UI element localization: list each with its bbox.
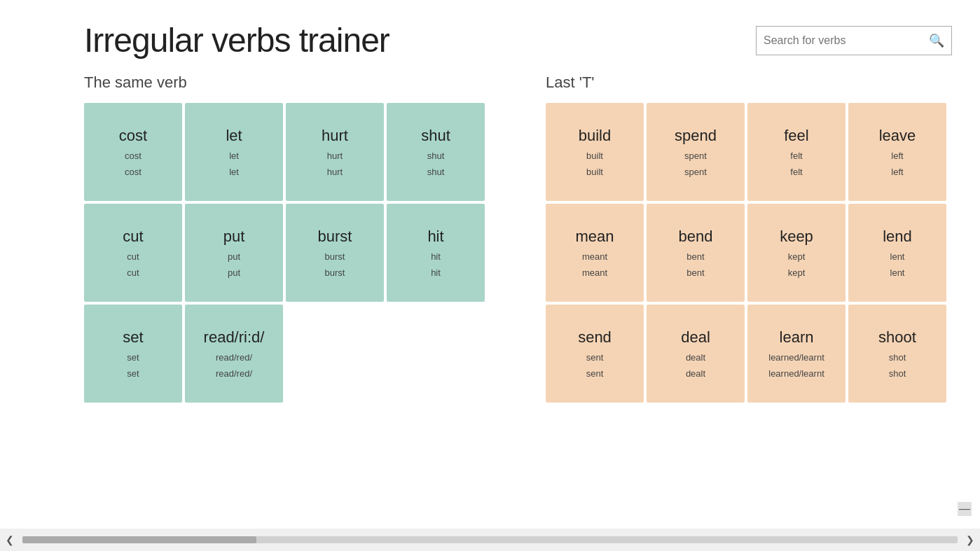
last-t-card[interactable]: spend spent spent: [647, 103, 745, 201]
card-pp: set: [127, 368, 139, 379]
app-title: Irregular verbs trainer: [84, 21, 389, 60]
card-base-form: set: [123, 328, 143, 347]
same-verb-card[interactable]: hurt hurt hurt: [286, 103, 384, 201]
card-past: read/red/: [216, 352, 252, 363]
card-base-form: send: [578, 328, 612, 347]
card-pp: put: [228, 267, 240, 278]
last-t-title: Last 'T': [546, 74, 952, 92]
card-base-form: keep: [780, 228, 813, 246]
card-base-form: hit: [427, 228, 443, 246]
card-past: cut: [127, 251, 139, 262]
card-past: shot: [889, 352, 906, 363]
card-pp: meant: [582, 267, 607, 278]
same-verb-card[interactable]: cost cost cost: [84, 103, 182, 201]
card-past: built: [586, 151, 603, 161]
same-verb-grid: cost cost cost let let let hurt hurt hur…: [84, 103, 518, 403]
last-t-card[interactable]: mean meant meant: [546, 204, 644, 302]
card-base-form: put: [223, 228, 245, 246]
scroll-right-button[interactable]: ❯: [960, 529, 980, 551]
same-verb-card[interactable]: set set set: [84, 305, 182, 403]
card-pp: cut: [127, 267, 139, 278]
last-t-section: Last 'T' build built built spend spent s…: [546, 74, 952, 403]
same-verb-card[interactable]: let let let: [185, 103, 283, 201]
card-pp: learned/learnt: [768, 368, 824, 379]
card-past: left: [891, 151, 903, 161]
card-past: felt: [790, 151, 802, 161]
card-base-form: mean: [575, 228, 614, 246]
header: Irregular verbs trainer 🔍: [0, 0, 980, 74]
last-t-card[interactable]: feel felt felt: [747, 103, 846, 201]
card-pp: left: [891, 167, 903, 177]
same-verb-card[interactable]: cut cut cut: [84, 204, 182, 302]
card-pp: let: [229, 167, 239, 177]
card-past: dealt: [686, 352, 705, 363]
card-base-form: cost: [119, 127, 147, 145]
card-past: set: [127, 352, 139, 363]
card-base-form: hurt: [322, 127, 348, 145]
last-t-card[interactable]: bend bent bent: [647, 204, 745, 302]
card-base-form: feel: [784, 127, 808, 145]
card-past: burst: [325, 251, 345, 262]
card-past: spent: [684, 151, 707, 161]
card-base-form: shut: [421, 127, 450, 145]
scroll-left-button[interactable]: ❮: [0, 529, 20, 551]
last-t-card[interactable]: leave left left: [848, 103, 946, 201]
card-past: cost: [125, 151, 142, 161]
card-base-form: bend: [679, 228, 713, 246]
card-pp: cost: [125, 167, 142, 177]
card-past: hit: [431, 251, 441, 262]
card-base-form: lend: [883, 228, 912, 246]
main-content: The same verb cost cost cost let let let…: [0, 74, 980, 403]
card-pp: hit: [431, 267, 441, 278]
same-verb-card[interactable]: hit hit hit: [387, 204, 485, 302]
card-past: put: [228, 251, 240, 262]
card-pp: shut: [427, 167, 445, 177]
same-verb-card[interactable]: burst burst burst: [286, 204, 384, 302]
card-base-form: shoot: [878, 328, 916, 347]
card-past: bent: [686, 251, 704, 262]
card-past: lent: [890, 251, 905, 262]
bottom-bar: ❮ ❯: [0, 529, 980, 551]
card-base-form: burst: [318, 228, 352, 246]
card-base-form: let: [226, 127, 242, 145]
card-past: shut: [427, 151, 445, 161]
same-verb-card[interactable]: shut shut shut: [387, 103, 485, 201]
last-t-card[interactable]: lend lent lent: [848, 204, 946, 302]
card-base-form: spend: [675, 127, 717, 145]
card-base-form: deal: [681, 328, 710, 347]
scrollbar-track[interactable]: [22, 536, 958, 543]
card-past: kept: [788, 251, 806, 262]
last-t-card[interactable]: shoot shot shot: [848, 305, 946, 403]
card-past: let: [229, 151, 239, 161]
zoom-minus-button[interactable]: —: [958, 502, 972, 516]
card-pp: bent: [686, 267, 704, 278]
search-button[interactable]: 🔍: [922, 33, 951, 48]
card-past: sent: [586, 352, 604, 363]
same-verb-section: The same verb cost cost cost let let let…: [84, 74, 518, 403]
search-input[interactable]: [757, 34, 922, 47]
card-base-form: learn: [780, 328, 814, 347]
same-verb-card[interactable]: put put put: [185, 204, 283, 302]
last-t-grid: build built built spend spent spent feel…: [546, 103, 952, 403]
last-t-card[interactable]: build built built: [546, 103, 644, 201]
card-pp: spent: [684, 167, 707, 177]
last-t-card[interactable]: send sent sent: [546, 305, 644, 403]
card-past: learned/learnt: [768, 352, 824, 363]
card-pp: dealt: [686, 368, 705, 379]
card-pp: read/red/: [216, 368, 252, 379]
card-pp: lent: [890, 267, 905, 278]
last-t-card[interactable]: deal dealt dealt: [647, 305, 745, 403]
card-past: meant: [582, 251, 607, 262]
card-past: hurt: [327, 151, 343, 161]
last-t-card[interactable]: learn learned/learnt learned/learnt: [747, 305, 846, 403]
card-pp: built: [586, 167, 603, 177]
last-t-card[interactable]: keep kept kept: [747, 204, 846, 302]
card-base-form: read/ri:d/: [204, 328, 265, 347]
card-base-form: build: [579, 127, 611, 145]
card-pp: sent: [586, 368, 604, 379]
card-pp: burst: [325, 267, 345, 278]
scrollbar-thumb: [22, 536, 256, 543]
card-base-form: leave: [879, 127, 916, 145]
card-pp: felt: [790, 167, 802, 177]
same-verb-card[interactable]: read/ri:d/ read/red/ read/red/: [185, 305, 283, 403]
